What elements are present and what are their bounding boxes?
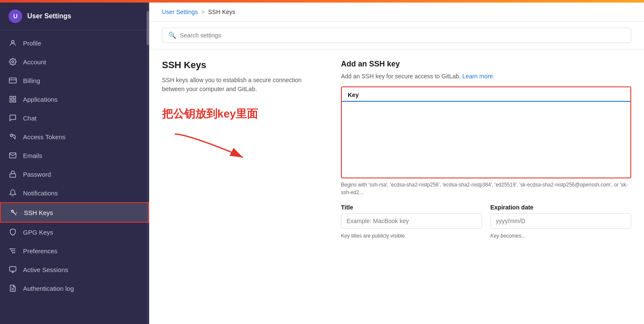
password-label: Password [23, 171, 51, 178]
section-title: SSH Keys [162, 60, 324, 71]
billing-label: Billing [23, 77, 40, 84]
right-panel: Add an SSH key Add an SSH key for secure… [341, 60, 631, 314]
svg-rect-4 [10, 96, 12, 98]
active-sessions-label: Active Sessions [23, 266, 68, 273]
breadcrumb: User Settings > SSH Keys [149, 3, 644, 22]
expiration-field: Expiration date Key becomes... [491, 204, 632, 239]
key-textarea[interactable] [342, 101, 630, 178]
expiration-input[interactable] [491, 213, 632, 229]
sidebar-item-access-tokens[interactable]: Access Tokens [0, 127, 149, 146]
sidebar-header: U User Settings [0, 3, 149, 30]
expiration-hint: Key becomes... [491, 233, 632, 239]
chat-label: Chat [23, 115, 37, 122]
app-layout: U User Settings Profile Account [0, 3, 644, 324]
notifications-icon [9, 189, 17, 197]
svg-point-10 [12, 210, 14, 212]
left-panel: SSH Keys SSH keys allow you to establish… [162, 60, 324, 314]
key-box: Key [341, 86, 631, 178]
notifications-label: Notifications [23, 189, 58, 197]
sidebar-item-billing[interactable]: Billing [0, 71, 149, 90]
annotation-arrow [162, 126, 247, 160]
ssh-keys-label: SSH Keys [24, 209, 53, 216]
annotation-text: 把公钥放到key里面 [162, 106, 324, 121]
learn-more-link[interactable]: Learn more. [462, 73, 494, 80]
sidebar-nav: Profile Account Billing Applications [0, 30, 149, 324]
gpg-keys-icon [9, 228, 17, 236]
search-bar-row: 🔍 [149, 22, 644, 49]
authentication-log-label: Authentication log [23, 285, 74, 292]
gpg-keys-label: GPG Keys [23, 229, 53, 236]
sidebar-title: User Settings [27, 12, 71, 20]
active-sessions-icon [9, 265, 17, 274]
section-desc: SSH keys allow you to establish a secure… [162, 76, 324, 94]
svg-point-0 [12, 40, 14, 43]
breadcrumb-current: SSH Keys [208, 9, 235, 15]
breadcrumb-separator: > [201, 9, 205, 15]
breadcrumb-parent[interactable]: User Settings [162, 9, 198, 15]
applications-icon [9, 95, 17, 103]
access-tokens-label: Access Tokens [23, 133, 66, 140]
account-icon [9, 57, 17, 66]
key-hint: Begins with 'ssh-rsa', 'ecdsa-sha2-nistp… [341, 181, 631, 196]
sidebar-item-authentication-log[interactable]: Authentication log [0, 279, 149, 298]
sidebar-item-account[interactable]: Account [0, 52, 149, 71]
svg-rect-17 [10, 267, 16, 271]
scrollbar-track [147, 3, 149, 324]
svg-point-14 [10, 248, 11, 249]
applications-label: Applications [23, 96, 58, 103]
avatar: U [9, 9, 22, 23]
add-ssh-desc: Add an SSH key for secure access to GitL… [341, 73, 631, 80]
preferences-icon [9, 247, 17, 255]
svg-rect-5 [14, 96, 16, 98]
ssh-keys-icon [9, 208, 18, 217]
billing-icon [9, 76, 17, 85]
key-label: Key [342, 87, 630, 101]
profile-icon [9, 39, 17, 47]
password-icon [9, 170, 17, 178]
search-icon: 🔍 [168, 32, 176, 39]
emails-label: Emails [23, 152, 42, 159]
title-label: Title [341, 204, 482, 211]
svg-rect-7 [14, 100, 16, 102]
expiration-label: Expiration date [491, 204, 632, 211]
sidebar-item-gpg-keys[interactable]: GPG Keys [0, 223, 149, 241]
sidebar-item-emails[interactable]: Emails [0, 146, 149, 165]
title-input[interactable] [341, 213, 482, 229]
emails-icon [9, 151, 17, 160]
preferences-label: Preferences [23, 247, 58, 255]
chat-icon [9, 114, 17, 122]
sidebar-item-preferences[interactable]: Preferences [0, 241, 149, 260]
title-field: Title Key titles are publicly visible. [341, 204, 482, 239]
svg-rect-9 [10, 174, 16, 177]
svg-point-16 [12, 252, 14, 253]
add-ssh-title: Add an SSH key [341, 60, 631, 69]
sidebar-item-ssh-keys[interactable]: SSH Keys [0, 202, 149, 223]
title-hint: Key titles are publicly visible. [341, 233, 482, 239]
svg-point-1 [12, 61, 14, 63]
annotation-container: 把公钥放到key里面 [162, 106, 324, 160]
sidebar-item-password[interactable]: Password [0, 165, 149, 184]
scrollbar-thumb[interactable] [147, 11, 149, 45]
authentication-log-icon [9, 284, 17, 292]
access-tokens-icon [9, 132, 17, 141]
search-input-wrap: 🔍 [162, 28, 631, 43]
form-row: Title Key titles are publicly visible. E… [341, 204, 631, 239]
account-label: Account [23, 58, 46, 66]
sidebar-item-profile[interactable]: Profile [0, 34, 149, 52]
svg-rect-2 [9, 78, 17, 83]
search-input[interactable] [180, 32, 625, 39]
content-area: SSH Keys SSH keys allow you to establish… [149, 49, 644, 324]
svg-rect-6 [10, 100, 12, 102]
svg-point-15 [11, 250, 12, 252]
sidebar: U User Settings Profile Account [0, 3, 149, 324]
profile-label: Profile [23, 40, 41, 47]
sidebar-item-notifications[interactable]: Notifications [0, 184, 149, 202]
sidebar-item-chat[interactable]: Chat [0, 109, 149, 127]
sidebar-item-applications[interactable]: Applications [0, 90, 149, 109]
sidebar-item-active-sessions[interactable]: Active Sessions [0, 260, 149, 279]
main-content: User Settings > SSH Keys 🔍 SSH Keys SSH … [149, 3, 644, 324]
